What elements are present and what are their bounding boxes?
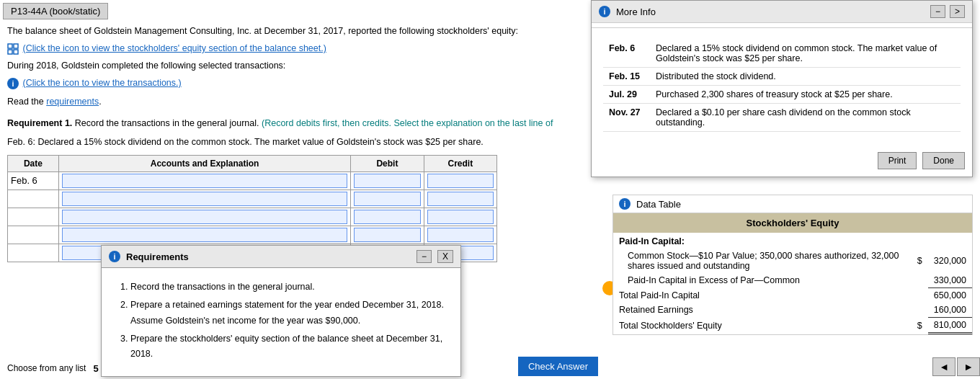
debit-cell-1[interactable] <box>351 172 424 190</box>
balance-sheet-link[interactable]: (Click the icon to view the stockholders… <box>22 43 326 53</box>
more-info-title: More Info <box>616 6 656 17</box>
more-info-header: i More Info − > <box>592 1 972 23</box>
check-answer-button[interactable]: Check Answer <box>518 357 598 376</box>
req-item-1: Record the transactions in the general j… <box>130 280 446 295</box>
col-debit: Debit <box>351 156 424 172</box>
transactions-link[interactable]: (Click the icon to view the transactions… <box>22 78 181 88</box>
account-cell-1[interactable] <box>58 172 350 190</box>
credit-cell-2[interactable] <box>424 190 496 208</box>
account-input-4[interactable] <box>62 228 347 242</box>
date-feb6: Feb. 6 <box>8 172 59 190</box>
data-table-header: i Data Table <box>613 195 972 213</box>
transaction-row-4: Nov. 27 Declared a $0.10 per share cash … <box>603 104 961 132</box>
retained-earnings-row: Retained Earnings 160,000 <box>613 303 972 318</box>
paid-in-excess-row: Paid-In Capital in Excess of Par—Common … <box>613 273 972 288</box>
done-button[interactable]: Done <box>922 152 965 169</box>
paid-in-label: Paid-In Capital: <box>613 233 972 249</box>
transaction-row-1: Feb. 6 Declared a 15% stock dividend on … <box>603 40 961 68</box>
problem-line3: During 2018, Goldstein completed the fol… <box>7 61 285 71</box>
credit-input-3[interactable] <box>427 210 494 224</box>
credit-cell-1[interactable] <box>424 172 496 190</box>
problem-line1: The balance sheet of Goldstein Managemen… <box>7 26 518 36</box>
requirements-link[interactable]: requirements <box>46 97 99 107</box>
transaction-row-2: Feb. 15 Distributed the stock dividend. <box>603 68 961 86</box>
print-button[interactable]: Print <box>878 152 917 169</box>
req1-instruction: (Record debits first, then credits. Sele… <box>262 118 553 128</box>
common-stock-amount: 320,000 <box>928 249 972 273</box>
trans-date-4: Nov. 27 <box>603 104 650 132</box>
account-input-3[interactable] <box>62 210 347 224</box>
table-row: Feb. 6 <box>8 172 497 190</box>
credit-cell-4[interactable] <box>424 226 496 244</box>
retained-earnings-amount: 160,000 <box>928 303 972 318</box>
credit-input-4[interactable] <box>427 228 494 242</box>
debit-cell-2[interactable] <box>351 190 424 208</box>
req-item-2: Prepare a retained earnings statement fo… <box>130 298 446 329</box>
total-se-dollar: $ <box>912 318 928 334</box>
account-input-2[interactable] <box>62 192 347 206</box>
debit-input-3[interactable] <box>354 210 420 224</box>
info-icon-data[interactable]: i <box>619 198 631 210</box>
total-se-amount: 810,000 <box>928 318 972 334</box>
info-icon-more: i <box>599 6 610 17</box>
credit-input-2[interactable] <box>427 192 494 206</box>
nav-next-button[interactable]: ► <box>957 357 980 376</box>
requirements-popup: i Requirements − X Record the transactio… <box>101 245 461 377</box>
se-heading: Stockholders' Equity <box>613 213 972 233</box>
debit-cell-3[interactable] <box>351 208 424 226</box>
total-se-label: Total Stockholders' Equity <box>613 318 912 334</box>
nav-arrows: ◄ ► <box>932 357 980 376</box>
more-info-popup: i More Info − > Feb. 6 Declared a 15% st… <box>591 0 973 177</box>
popup-controls: − X <box>416 250 453 263</box>
table-row <box>8 208 497 226</box>
col-accounts: Accounts and Explanation <box>58 156 350 172</box>
common-stock-row: Common Stock—$10 Par Value; 350,000 shar… <box>613 249 972 273</box>
account-cell-3[interactable] <box>58 208 350 226</box>
svg-rect-3 <box>14 50 18 54</box>
debit-input-1[interactable] <box>354 174 420 188</box>
debit-cell-4[interactable] <box>351 226 424 244</box>
stockholders-equity-table: Stockholders' Equity Paid-In Capital: Co… <box>613 213 972 334</box>
credit-input-1[interactable] <box>427 174 494 188</box>
total-se-row: Total Stockholders' Equity $ 810,000 <box>613 318 972 334</box>
title-bar: P13-44A (book/static) <box>3 3 108 19</box>
total-paid-in-amount: 650,000 <box>928 288 972 303</box>
popup-requirements-body: Record the transactions in the general j… <box>102 268 460 376</box>
req1-detail: Record the transactions in the general j… <box>75 118 259 128</box>
total-paid-in-label: Total Paid-In Capital <box>613 288 912 303</box>
choose-label: Choose from any list <box>7 363 86 373</box>
debit-input-2[interactable] <box>354 192 420 206</box>
req-item-3: Prepare the stockholders' equity section… <box>130 331 446 362</box>
svg-rect-0 <box>8 44 12 48</box>
minimize-requirements-button[interactable]: − <box>416 250 432 263</box>
svg-rect-2 <box>8 50 12 54</box>
paid-in-excess-label: Paid-In Capital in Excess of Par—Common <box>613 273 912 288</box>
grid-icon[interactable] <box>7 43 19 55</box>
debit-input-4[interactable] <box>354 228 420 242</box>
paid-in-excess-amount: 330,000 <box>928 273 972 288</box>
trans-text-1: Declared a 15% stock dividend on common … <box>650 40 961 68</box>
account-cell-2[interactable] <box>58 190 350 208</box>
nav-prev-button[interactable]: ◄ <box>932 357 956 376</box>
minimize-more-info-button[interactable]: − <box>930 5 945 18</box>
trans-text-3: Purchased 2,300 shares of treasury stock… <box>650 86 961 104</box>
account-input-1[interactable] <box>62 174 347 188</box>
more-info-body: Feb. 6 Declared a 15% stock dividend on … <box>592 32 972 148</box>
req1-bold: Requirement 1. <box>7 118 72 128</box>
common-stock-dollar: $ <box>912 249 928 273</box>
close-requirements-button[interactable]: X <box>437 250 453 263</box>
feb6-description: Feb. 6: Declared a 15% stock dividend on… <box>7 137 484 147</box>
transaction-row-3: Jul. 29 Purchased 2,300 shares of treasu… <box>603 86 961 104</box>
info-icon-req: i <box>109 251 120 262</box>
table-row <box>8 190 497 208</box>
credit-cell-3[interactable] <box>424 208 496 226</box>
info-icon-transactions[interactable]: i <box>7 78 19 89</box>
account-cell-4[interactable] <box>58 226 350 244</box>
more-info-footer: Print Done <box>592 148 972 177</box>
trans-date-1: Feb. 6 <box>603 40 650 68</box>
retained-earnings-label: Retained Earnings <box>613 303 912 318</box>
close-more-info-button[interactable]: > <box>950 5 965 18</box>
table-row <box>8 226 497 244</box>
common-stock-label: Common Stock—$10 Par Value; 350,000 shar… <box>613 249 912 273</box>
data-table-label: Data Table <box>636 199 681 210</box>
